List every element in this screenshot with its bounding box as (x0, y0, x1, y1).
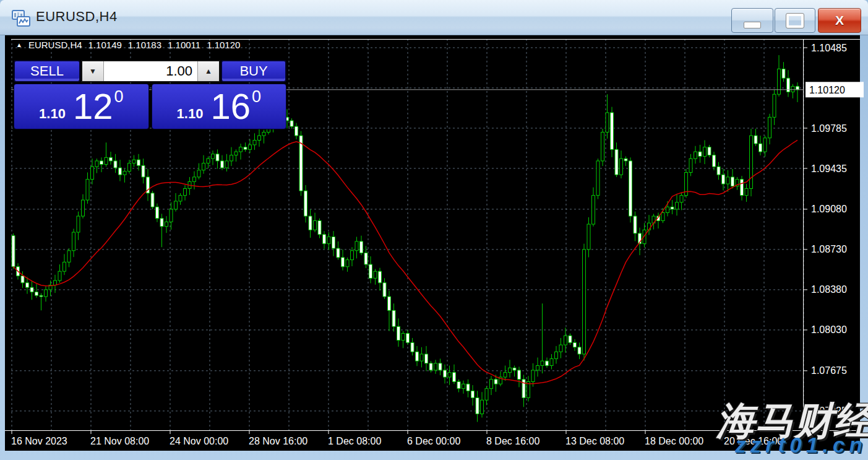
candle (77, 212, 80, 240)
sell-button-label: SELL (30, 63, 64, 79)
header-low: 1.10011 (168, 40, 200, 50)
candle (332, 231, 335, 256)
header-open: 1.10149 (88, 40, 122, 50)
candle (151, 191, 154, 209)
candle (587, 217, 590, 258)
candle (583, 244, 586, 361)
candle (337, 241, 340, 260)
candle (546, 358, 549, 368)
candle (82, 194, 85, 219)
candle (773, 90, 776, 125)
candle (40, 293, 43, 311)
candle (119, 160, 122, 181)
svg-text:1.10120: 1.10120 (809, 85, 845, 95)
header-symbol-period: EURUSD,H4 (28, 40, 82, 50)
candle (726, 170, 729, 192)
candle (110, 152, 113, 165)
candle (123, 169, 126, 183)
candle (782, 62, 785, 82)
time-tick-label: 24 Nov 00:00 (170, 436, 228, 446)
volume-spinner: ▼ 1.00 ▲ (81, 60, 220, 82)
price-axis[interactable]: 1.104851.097851.094351.090801.087301.083… (803, 43, 847, 417)
candle (411, 338, 414, 355)
candle (383, 278, 386, 298)
candle (671, 200, 674, 214)
candle (713, 152, 716, 170)
candle (513, 366, 516, 377)
candle (225, 154, 228, 171)
candle (239, 144, 243, 160)
candle (58, 264, 61, 283)
sell-price-pips: 12 (73, 89, 113, 124)
buy-price-pips: 16 (210, 89, 251, 124)
candle (314, 213, 317, 233)
candle (351, 247, 354, 266)
candle (420, 347, 423, 368)
candle (439, 358, 442, 375)
candle (184, 185, 187, 201)
candle (736, 177, 739, 190)
candle (448, 366, 451, 385)
candle (309, 209, 312, 238)
candle (379, 268, 382, 291)
candle (750, 129, 753, 196)
candle (346, 258, 349, 272)
candle (490, 376, 493, 395)
candle (416, 346, 419, 366)
candle (160, 214, 163, 247)
time-tick-label: 28 Nov 16:00 (249, 436, 307, 446)
candle (555, 346, 558, 364)
price-tick-label: 1.08730 (811, 244, 847, 254)
candle (624, 157, 627, 167)
volume-increase-button[interactable]: ▲ (197, 61, 219, 81)
bid-price-box: 1.10120 (806, 82, 864, 97)
candle (132, 155, 135, 167)
candle (615, 142, 618, 177)
candle (212, 150, 215, 165)
time-tick-label: 13 Dec 08:00 (565, 436, 624, 446)
candle (434, 360, 437, 374)
candle (197, 163, 200, 180)
candle (323, 231, 326, 249)
candle (244, 142, 247, 152)
one-click-trading-panel: SELL ▼ 1.00 ▲ BUY 1.10 12 0 1.10 16 0 (14, 60, 286, 129)
candle (703, 141, 707, 165)
candle (26, 277, 29, 294)
buy-price-display[interactable]: 1.10 16 0 (152, 84, 287, 129)
moving-average-line (14, 140, 798, 384)
candle (689, 154, 692, 176)
candle (114, 154, 117, 173)
candle (63, 254, 66, 275)
candle (234, 149, 238, 162)
panel-collapse-arrow-icon[interactable]: ▲ (16, 40, 22, 50)
candle (680, 193, 683, 210)
candle (509, 360, 512, 378)
sell-button[interactable]: SELL (14, 60, 80, 82)
candle (30, 280, 33, 300)
candle (694, 146, 697, 164)
volume-input[interactable]: 1.00 (104, 61, 197, 81)
candle (457, 380, 460, 393)
time-axis[interactable]: 16 Nov 202321 Nov 08:0024 Nov 00:0028 No… (11, 431, 783, 446)
time-tick-label: 18 Dec 00:00 (645, 436, 703, 446)
candle (685, 169, 688, 197)
buy-button[interactable]: BUY (221, 60, 286, 82)
candle (596, 158, 599, 199)
candle (397, 318, 400, 347)
volume-decrease-button[interactable]: ▼ (82, 61, 104, 81)
candle (796, 82, 799, 102)
candle (759, 136, 762, 155)
candle (327, 232, 330, 250)
candle (249, 139, 252, 154)
candle (606, 94, 609, 139)
candle (708, 145, 711, 157)
candle (648, 215, 651, 235)
candle (559, 338, 562, 358)
candle (541, 303, 544, 373)
time-tick-label: 6 Dec 00:00 (407, 436, 460, 446)
sell-price-display[interactable]: 1.10 12 0 (14, 84, 149, 129)
candle (86, 173, 89, 204)
candle (156, 204, 159, 222)
candle (374, 269, 377, 285)
candle (318, 219, 321, 238)
